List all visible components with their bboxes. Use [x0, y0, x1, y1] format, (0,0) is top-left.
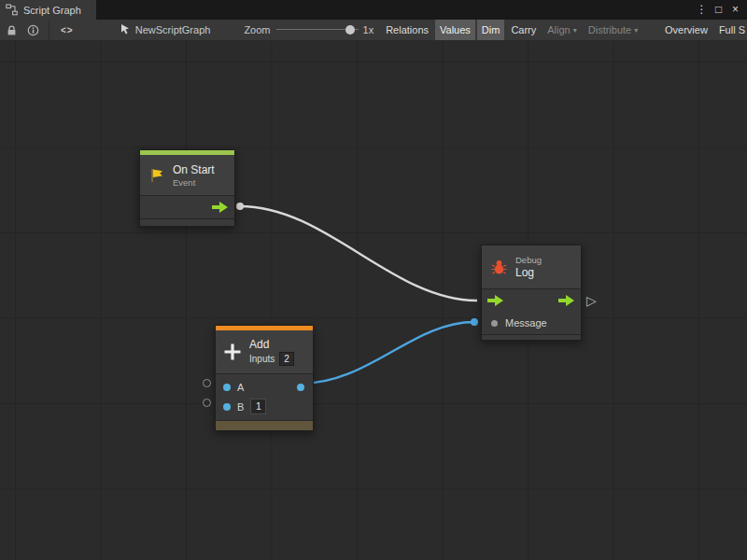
wire-layer — [0, 40, 747, 560]
relations-button[interactable]: Relations — [381, 20, 433, 40]
window-controls: ⋮ □ × — [695, 0, 747, 20]
node-title: Log — [515, 266, 542, 279]
graph-icon — [6, 4, 18, 16]
node-on-start[interactable]: On Start Event — [139, 149, 235, 227]
dropdown-arrow-icon: ▾ — [573, 26, 577, 35]
toolbar-separator — [49, 20, 49, 40]
inputs-label: Inputs — [249, 354, 275, 364]
node-footer — [482, 335, 581, 340]
port-b-value-field[interactable]: 1 — [250, 399, 266, 414]
trigger-output-arrow-icon[interactable] — [558, 295, 574, 306]
graph-name-label[interactable]: NewScriptGraph — [135, 24, 211, 35]
node-footer — [216, 420, 313, 430]
port-row-a: A — [216, 377, 313, 397]
info-icon[interactable] — [27, 24, 39, 36]
align-label: Align — [547, 24, 570, 35]
node-footer — [140, 219, 234, 226]
wire-onstart-to-log[interactable] — [240, 206, 477, 301]
lock-icon[interactable] — [6, 24, 18, 36]
wire-white-start-dot — [236, 203, 244, 210]
ports-section: A B 1 — [216, 374, 313, 420]
plus-icon — [223, 343, 242, 361]
message-port-label: Message — [505, 317, 547, 329]
carry-button[interactable]: Carry — [506, 20, 541, 40]
port-b-label: B — [237, 401, 244, 413]
distribute-label: Distribute — [588, 24, 631, 35]
trigger-input-arrow-icon[interactable] — [487, 295, 503, 306]
cursor-icon — [120, 24, 131, 35]
flag-icon — [148, 167, 165, 184]
input-port-a[interactable] — [223, 384, 231, 391]
port-a-label: A — [237, 382, 244, 393]
tab-script-graph[interactable]: Script Graph — [0, 0, 96, 20]
dropdown-arrow-icon: ▾ — [634, 26, 638, 35]
node-title: Add — [249, 338, 294, 351]
graph-toolbar: <> NewScriptGraph Zoom 1x Relations Valu… — [0, 20, 747, 41]
node-header[interactable]: Debug Log — [482, 245, 581, 288]
zoom-value: 1x — [363, 24, 374, 35]
zoom-label: Zoom — [244, 24, 270, 35]
unconnected-port-hint-b[interactable] — [203, 399, 211, 407]
titlebar: Script Graph ⋮ □ × — [0, 0, 747, 20]
dim-button[interactable]: Dim — [477, 20, 505, 40]
flow-port-row — [140, 196, 234, 218]
values-button[interactable]: Values — [435, 20, 475, 40]
graph-canvas[interactable]: On Start Event Debug Log — [0, 40, 747, 560]
overview-button[interactable]: Overview — [660, 20, 712, 40]
fullscreen-button[interactable]: Full S — [714, 20, 747, 40]
zoom-slider[interactable] — [276, 20, 359, 40]
node-debug-log[interactable]: Debug Log Message — [481, 245, 582, 341]
message-port-row: Message — [482, 312, 581, 334]
inputs-count-field[interactable]: 2 — [279, 352, 294, 366]
trigger-output-arrow-icon[interactable] — [212, 202, 228, 213]
window-menu-icon[interactable]: ⋮ — [695, 0, 709, 20]
tab-title: Script Graph — [23, 5, 81, 16]
window-close-icon[interactable]: × — [728, 0, 742, 20]
code-icon[interactable]: <> — [61, 25, 74, 35]
input-port-b[interactable] — [223, 403, 231, 411]
bug-icon — [490, 259, 508, 275]
node-category: Debug — [515, 255, 542, 265]
node-title: On Start — [173, 163, 215, 176]
wire-blue-end-dot — [471, 318, 478, 326]
node-add[interactable]: Add Inputs 2 A B 1 — [215, 325, 314, 431]
wire-add-to-message[interactable] — [301, 322, 474, 384]
node-header[interactable]: Add Inputs 2 — [216, 330, 313, 373]
message-input-port[interactable] — [491, 320, 498, 327]
align-button[interactable]: Align▾ — [543, 20, 581, 40]
flow-port-row — [482, 289, 581, 312]
output-port-sum[interactable] — [297, 384, 304, 391]
node-subtitle: Event — [173, 177, 215, 188]
distribute-button[interactable]: Distribute▾ — [584, 20, 642, 40]
zoom-slider-handle[interactable] — [345, 25, 355, 35]
flow-continuation-icon[interactable]: ▷ — [586, 294, 597, 307]
port-row-b: B 1 — [216, 397, 313, 416]
window-maximize-icon[interactable]: □ — [712, 0, 726, 20]
node-header[interactable]: On Start Event — [140, 155, 234, 195]
unconnected-port-hint-a[interactable] — [203, 379, 211, 387]
